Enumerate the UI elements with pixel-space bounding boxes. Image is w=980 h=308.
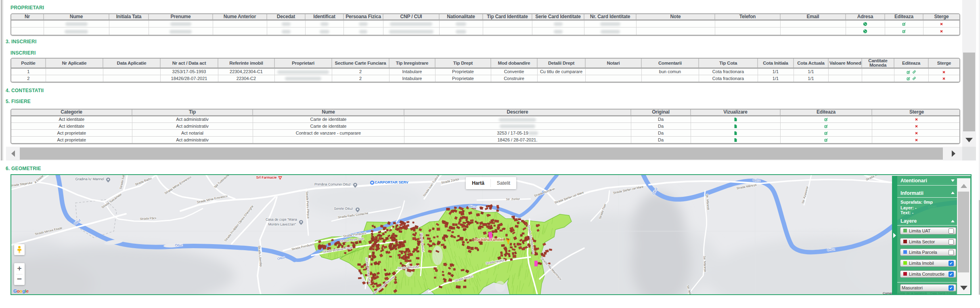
svg-text:Str. Zorilor: Str. Zorilor (506, 197, 520, 201)
svg-text:Oituz: Oituz (175, 243, 183, 247)
svg-text:Montini Lavezzari": Montini Lavezzari" (268, 222, 296, 226)
svg-text:CARPORTAR SERV: CARPORTAR SERV (375, 180, 408, 184)
svg-text:Serele Oituz: Serele Oituz (334, 207, 353, 211)
svg-text:Casa de copii "Maria: Casa de copii "Maria (266, 217, 297, 222)
svg-text:Bucătăria Familiei: Bucătăria Familiei (474, 238, 504, 242)
svg-text:Gradina lu' Marinel: Gradina lu' Marinel (75, 177, 104, 181)
svg-text:Primăria Comunei Oituz: Primăria Comunei Oituz (314, 182, 351, 186)
svg-text:Srl Farmacie: Srl Farmacie (256, 175, 276, 179)
